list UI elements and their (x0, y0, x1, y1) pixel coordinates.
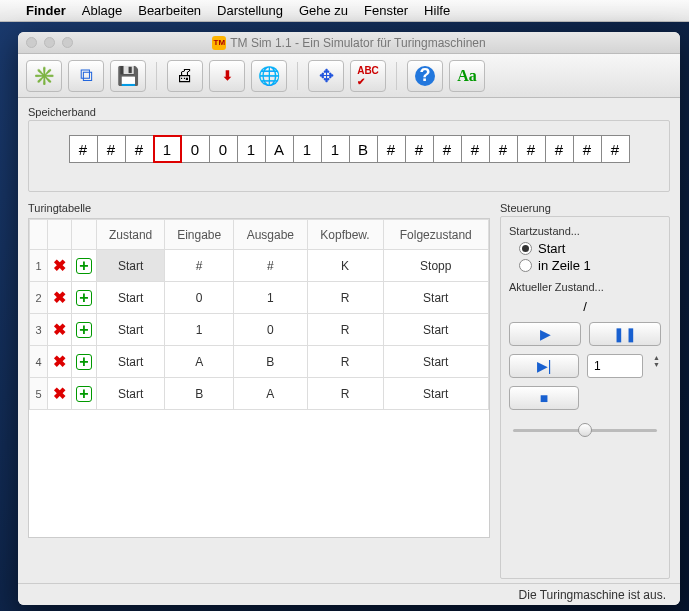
table-row: 4✖+StartABRStart (30, 346, 489, 378)
cell-output[interactable]: A (234, 378, 307, 410)
cell-move[interactable]: K (307, 250, 383, 282)
add-row-button[interactable]: + (72, 282, 97, 314)
step-count-input[interactable]: 1 (587, 354, 643, 378)
cell-next[interactable]: Start (383, 346, 489, 378)
titlebar: TM TM Sim 1.1 - Ein Simulator für Turing… (18, 32, 680, 54)
delete-row-button[interactable]: ✖ (48, 346, 72, 378)
pdf-button[interactable]: ⬇ (209, 60, 245, 92)
cell-move[interactable]: R (307, 314, 383, 346)
zoom-button[interactable] (62, 37, 73, 48)
speed-slider[interactable] (509, 420, 661, 440)
tape-cell[interactable]: # (125, 135, 154, 163)
turing-table: ZustandEingabeAusgabeKopfbew.Folgezustan… (28, 218, 490, 538)
tape-cell[interactable]: 1 (293, 135, 322, 163)
cell-next[interactable]: Start (383, 378, 489, 410)
tape-cell[interactable]: 1 (153, 135, 182, 163)
tape-cell[interactable]: 0 (209, 135, 238, 163)
spellcheck-button[interactable]: ABC✔ (350, 60, 386, 92)
cell-state[interactable]: Start (97, 346, 165, 378)
tape-cell[interactable]: # (545, 135, 574, 163)
save-button[interactable]: 💾 (110, 60, 146, 92)
web-button[interactable]: 🌐 (251, 60, 287, 92)
tape-area: ###1001A11B######### (28, 120, 670, 192)
radio-start[interactable]: Start (519, 241, 661, 256)
pause-button[interactable]: ❚❚ (589, 322, 661, 346)
cell-next[interactable]: Start (383, 282, 489, 314)
tape-cell[interactable]: 1 (321, 135, 350, 163)
menu-fenster[interactable]: Fenster (364, 3, 408, 18)
delete-row-button[interactable]: ✖ (48, 378, 72, 410)
tape-cell[interactable]: # (69, 135, 98, 163)
help-button[interactable]: ? (407, 60, 443, 92)
slider-thumb[interactable] (578, 423, 592, 437)
print-button[interactable]: 🖨 (167, 60, 203, 92)
cell-move[interactable]: R (307, 346, 383, 378)
radio-line1[interactable]: in Zeile 1 (519, 258, 661, 273)
cell-state[interactable]: Start (97, 378, 165, 410)
table-header: Folgezustand (383, 220, 489, 250)
step-button[interactable]: ▶| (509, 354, 579, 378)
row-number: 3 (30, 314, 48, 346)
tape-cell[interactable]: # (405, 135, 434, 163)
cell-output[interactable]: # (234, 250, 307, 282)
cell-state[interactable]: Start (97, 282, 165, 314)
plus-icon: + (76, 290, 92, 306)
tape-cell[interactable]: # (517, 135, 546, 163)
cell-input[interactable]: 0 (165, 282, 234, 314)
menu-darstellung[interactable]: Darstellung (217, 3, 283, 18)
cell-output[interactable]: 1 (234, 282, 307, 314)
move-button[interactable]: ✥ (308, 60, 344, 92)
menu-bearbeiten[interactable]: Bearbeiten (138, 3, 201, 18)
table-row: 3✖+Start10RStart (30, 314, 489, 346)
add-row-button[interactable]: + (72, 314, 97, 346)
tape-cell[interactable]: # (433, 135, 462, 163)
font-button[interactable]: Aa (449, 60, 485, 92)
delete-row-button[interactable]: ✖ (48, 314, 72, 346)
row-number: 2 (30, 282, 48, 314)
close-button[interactable] (26, 37, 37, 48)
tape-cell[interactable]: # (573, 135, 602, 163)
add-row-button[interactable]: + (72, 346, 97, 378)
open-button[interactable]: ⧉ (68, 60, 104, 92)
app-menu[interactable]: Finder (26, 3, 66, 18)
add-row-button[interactable]: + (72, 250, 97, 282)
arrows-icon: ✥ (319, 65, 334, 87)
add-row-button[interactable]: + (72, 378, 97, 410)
cell-next[interactable]: Stopp (383, 250, 489, 282)
stop-button[interactable]: ■ (509, 386, 579, 410)
cell-output[interactable]: 0 (234, 314, 307, 346)
tape-cell[interactable]: B (349, 135, 378, 163)
stepper-arrows[interactable]: ▲▼ (653, 354, 660, 378)
tape-cell[interactable]: # (601, 135, 630, 163)
cell-next[interactable]: Start (383, 314, 489, 346)
cell-input[interactable]: A (165, 346, 234, 378)
tape-cell[interactable]: 0 (181, 135, 210, 163)
play-button[interactable]: ▶ (509, 322, 581, 346)
radio-icon (519, 259, 532, 272)
plus-icon: + (76, 322, 92, 338)
tape-cell[interactable]: # (97, 135, 126, 163)
cell-input[interactable]: # (165, 250, 234, 282)
cell-move[interactable]: R (307, 282, 383, 314)
system-menubar: Finder Ablage Bearbeiten Darstellung Geh… (0, 0, 689, 22)
tape-label: Speicherband (28, 106, 670, 118)
cell-input[interactable]: B (165, 378, 234, 410)
tape-cell[interactable]: # (461, 135, 490, 163)
cell-move[interactable]: R (307, 378, 383, 410)
menu-gehezu[interactable]: Gehe zu (299, 3, 348, 18)
new-button[interactable]: ✳️ (26, 60, 62, 92)
minimize-button[interactable] (44, 37, 55, 48)
tape-cell[interactable]: # (489, 135, 518, 163)
controls-box: Startzustand... Start in Zeile 1 Aktuell… (500, 216, 670, 579)
tape-cell[interactable]: # (377, 135, 406, 163)
cell-output[interactable]: B (234, 346, 307, 378)
tape-cell[interactable]: 1 (237, 135, 266, 163)
delete-row-button[interactable]: ✖ (48, 250, 72, 282)
cell-state[interactable]: Start (97, 250, 165, 282)
menu-hilfe[interactable]: Hilfe (424, 3, 450, 18)
tape-cell[interactable]: A (265, 135, 294, 163)
menu-ablage[interactable]: Ablage (82, 3, 122, 18)
cell-input[interactable]: 1 (165, 314, 234, 346)
cell-state[interactable]: Start (97, 314, 165, 346)
delete-row-button[interactable]: ✖ (48, 282, 72, 314)
